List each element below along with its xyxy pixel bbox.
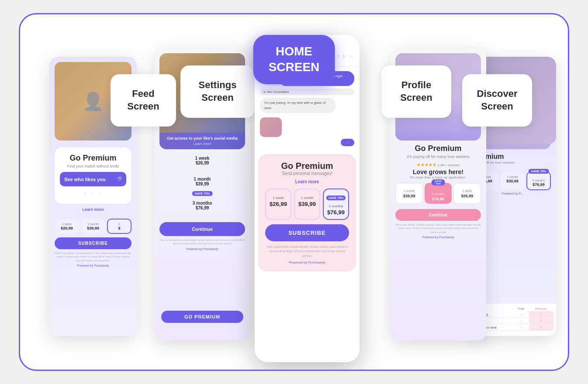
settings-screen-label: Settings Screen — [180, 65, 255, 118]
feed-fine-print: Recurring billing. Cancel anytime. Your … — [55, 251, 131, 262]
profile-fine-print: Recurring Billing. Cancel anytime. Your … — [395, 223, 481, 234]
home-price-3months[interactable]: SAVE 70% 3 months $76,99 — [323, 189, 349, 220]
settings-learn-more[interactable]: Learn more — [163, 142, 242, 146]
feed-price-options: 1 week $26,99 1 month $39,99 3 $ — [55, 219, 131, 234]
settings-overlay: Get access to your like's social media L… — [159, 133, 245, 149]
msg-tag-1: in the mountains — [260, 89, 354, 95]
msg-image — [260, 117, 282, 137]
discover-screen-label: Discover Screen — [462, 74, 532, 127]
settings-go-premium-btn[interactable]: GO PREMIUM — [161, 311, 243, 323]
home-learn-more[interactable]: Learn more — [265, 179, 349, 184]
msg-cta-btn[interactable]: ··· — [341, 139, 354, 146]
settings-save-badge: SAVE 70% — [192, 191, 213, 196]
feed-learn-more[interactable]: Learn more — [55, 207, 131, 212]
more-icon[interactable]: ⋯ — [349, 54, 353, 58]
home-fine-print: Your subscription automatically renews u… — [265, 245, 349, 259]
home-premium-section: Go Premium Send personal messages! Learn… — [258, 154, 356, 272]
profile-screen-label: Profile Screen — [381, 65, 451, 118]
home-price-month[interactable]: 1 month $39,99 — [294, 189, 320, 220]
home-price-options: 1 week $26,99 1 month $39,99 SAVE 70% 3 … — [265, 189, 349, 220]
chat-actions: ☆ ▷ ⋯ — [336, 54, 353, 58]
feed-premium-section: Go Premium Find your match without limit… — [55, 147, 131, 204]
msg-sent-1: I'm just joking. In my bed with a glass … — [260, 98, 336, 113]
feed-subscribe-btn[interactable]: SUBSCRIBE — [55, 237, 131, 249]
home-powered-by: Powered by Purchasely — [265, 261, 349, 264]
discover-price-3months[interactable]: SAVE 70% 3 months $76,99 — [526, 171, 551, 190]
home-subscribe-btn[interactable]: SUBSCRIBE — [265, 224, 349, 241]
profile-love-sub: It's more than a hook up application. — [395, 175, 481, 179]
star-icon[interactable]: ☆ — [336, 54, 340, 58]
profile-premium-title: Go Premium — [395, 144, 481, 153]
feed-premium-subtitle: Find your match without limits — [60, 164, 126, 168]
main-container: 👤 Go Premium Find your match without lim… — [19, 13, 569, 371]
feed-screen-label: Feed Screen — [111, 74, 176, 127]
feed-dots: · · · — [60, 190, 126, 198]
profile-rating: ★★★★★ 1.8K+ reviews — [395, 162, 481, 167]
settings-fine-print: Your subscription automatically renews u… — [159, 238, 245, 246]
home-price-week[interactable]: 1 week $26,99 — [265, 189, 291, 220]
profile-price-week[interactable]: 1 week $26,99 — [453, 183, 481, 204]
profile-price-3months[interactable]: SAVE 70% 3 months $76,99 — [425, 183, 451, 204]
feed-premium-title: Go Premium — [60, 154, 126, 163]
profile-price-month[interactable]: 1 month $39,99 — [395, 183, 423, 204]
discover-save-badge: SAVE 70% — [529, 169, 549, 174]
settings-continue-btn[interactable]: Continue — [159, 222, 245, 236]
feed-price-month[interactable]: 1 month $39,99 — [81, 219, 105, 234]
profile-powered-by: Powered by Purchasely — [395, 236, 481, 239]
screens-wrapper: 👤 Go Premium Find your match without lim… — [32, 22, 556, 362]
settings-powered-by: Powered by Purchasely — [159, 247, 245, 250]
discover-price-month[interactable]: 1 month $39,99 — [500, 171, 525, 190]
profile-premium-sub: It's paying off for many love seekers — [395, 154, 481, 159]
feed-price-3months[interactable]: 3 $ — [107, 219, 131, 234]
settings-price-row-3months[interactable]: SAVE 70% 3 months$76,99 — [159, 195, 245, 216]
settings-price-row-week[interactable]: 1 week$26,99 — [159, 153, 245, 171]
feed-powered-by: Powered by Purchasely — [55, 264, 131, 267]
feed-see-who-btn[interactable]: See who likes you ♡ — [60, 172, 126, 186]
video-icon[interactable]: ▷ — [343, 54, 346, 58]
profile-prices: 1 month $39,99 SAVE 70% 3 months $76,99 … — [395, 183, 481, 204]
settings-price-row-month[interactable]: 1 month$39,99 — [159, 174, 245, 192]
home-premium-title: Go Premium — [265, 161, 349, 171]
profile-continue-btn[interactable]: Continue — [395, 209, 481, 221]
home-premium-sub: Send personal messages! — [265, 171, 349, 176]
profile-love-grows: Love grows here! — [395, 168, 481, 175]
feed-price-week[interactable]: 1 week $26,99 — [55, 219, 79, 234]
home-screen-label: HOME SCREEN — [253, 35, 335, 84]
msg-action-area: ··· — [260, 139, 354, 146]
